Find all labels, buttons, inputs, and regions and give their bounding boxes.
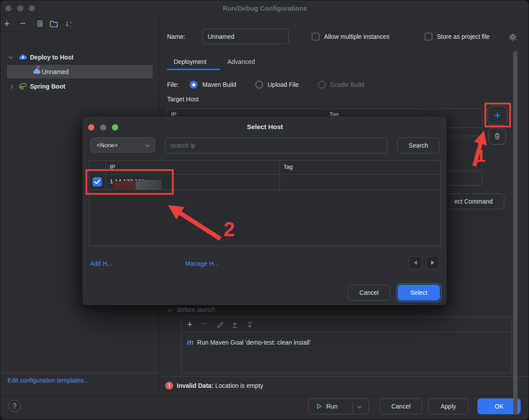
svg-text:a: a [70, 20, 72, 24]
copy-icon[interactable] [36, 20, 44, 28]
select-host-dialog: Select Host <None> Search IP Tag 1.14.13… [82, 116, 447, 305]
tree-item-label: Unnamed [42, 68, 69, 75]
name-input[interactable] [202, 29, 289, 44]
run-split-divider [352, 401, 353, 413]
host-table-header-tag: Tag [283, 164, 293, 170]
move-down-icon[interactable] [246, 321, 253, 329]
add-host-link[interactable]: Add H... [90, 260, 112, 267]
maven-icon: m [187, 338, 194, 347]
dialog-title: Select Host [82, 123, 447, 130]
sidebar-bottom-divider [0, 373, 159, 373]
left-arrow-icon [413, 260, 417, 265]
apply-label: Apply [440, 403, 456, 410]
edit-task-icon[interactable] [216, 321, 224, 329]
select-command-button[interactable]: ect Command [443, 193, 504, 209]
store-as-project-file-checkbox[interactable] [425, 33, 432, 41]
dialog-cancel-label: Cancel [359, 289, 379, 296]
tree-item-unnamed[interactable]: ✕ Unnamed [7, 65, 153, 78]
search-ip-input[interactable] [165, 138, 387, 153]
allow-multiple-instances-checkbox[interactable] [312, 33, 320, 41]
name-label: Name: [167, 33, 185, 40]
before-launch-chevron-icon[interactable] [168, 308, 172, 312]
new-folder-icon[interactable] [49, 20, 59, 29]
file-label: File: [167, 81, 179, 88]
error-strip-divider [160, 376, 529, 377]
run-options-chevron-icon[interactable] [358, 404, 362, 409]
manage-host-link[interactable]: Manage H... [185, 260, 219, 267]
dropdown-chevron-icon [145, 143, 150, 147]
titlebar: Run/Debug Configurations [0, 0, 529, 16]
target-host-label: Target Host [167, 96, 199, 103]
error-message: Invalid Data: Location is empty [177, 382, 263, 389]
annotation-number-1: 1 [476, 147, 485, 166]
svg-text:z: z [70, 24, 71, 28]
apply-button[interactable]: Apply [428, 398, 469, 414]
check-icon [93, 177, 102, 186]
play-icon [316, 403, 322, 409]
dialog-cancel-button[interactable]: Cancel [348, 285, 390, 301]
store-as-project-file-label: Store as project file [437, 33, 490, 40]
right-arrow-icon [431, 260, 435, 265]
tree-item-label: Spring Boot [30, 83, 65, 90]
cancel-label: Cancel [391, 403, 411, 410]
arrow-1 [474, 135, 483, 166]
run-button[interactable]: Run [308, 398, 369, 414]
location-field-partial[interactable] [443, 171, 482, 186]
radio-maven-build[interactable] [190, 81, 197, 89]
radio-gradle-build [318, 81, 326, 89]
tree-item-deploy-to-host[interactable]: Deploy to Host [0, 51, 159, 64]
cloud-error-icon: ✕ [33, 67, 41, 76]
error-text: Location is empty [213, 382, 263, 389]
delete-host-button[interactable] [488, 128, 506, 145]
error-prefix: Invalid Data: [177, 382, 213, 389]
sort-alphabetically-icon[interactable]: az [65, 20, 74, 29]
move-up-icon[interactable] [231, 321, 238, 329]
edit-configuration-templates-link[interactable]: Edit configuration templates... [7, 377, 89, 384]
add-task-icon[interactable]: + [187, 319, 193, 330]
help-label: ? [13, 402, 17, 410]
radio-maven-build-label: Maven Build [202, 81, 236, 88]
search-label: Search [409, 142, 428, 149]
sidebar-toolbar: + − az [0, 16, 159, 32]
dialog-select-button[interactable]: Select [398, 285, 440, 301]
plus-icon: + [494, 109, 501, 121]
redaction-block-gray [136, 180, 161, 190]
cloud-upload-icon [19, 53, 27, 62]
tree-item-label: Deploy to Host [30, 54, 74, 61]
tab-advanced[interactable]: Advanced [227, 58, 255, 65]
toolbar-divider [182, 332, 511, 332]
next-page-button[interactable] [426, 256, 440, 269]
error-icon: ! [165, 382, 173, 390]
run-label: Run [326, 403, 338, 410]
allow-multiple-instances-label: Allow multiple instances [324, 33, 390, 40]
tree-item-spring-boot[interactable]: Spring Boot [0, 80, 159, 93]
add-host-button[interactable]: + [488, 106, 507, 125]
redaction-block-red [113, 181, 137, 189]
radio-gradle-build-label: Gradle Build [330, 81, 364, 88]
dialog-select-label: Select [410, 289, 428, 296]
radio-upload-file[interactable] [255, 81, 263, 89]
remove-icon[interactable]: − [20, 16, 26, 30]
host-table-header-ip: IP [110, 164, 115, 170]
gear-icon[interactable] [508, 32, 518, 42]
search-button[interactable]: Search [397, 138, 440, 153]
tab-deployment[interactable]: Deployment [174, 58, 207, 65]
vertical-scrollbar[interactable] [513, 51, 518, 415]
cancel-button[interactable]: Cancel [380, 398, 422, 414]
help-button[interactable]: ? [8, 400, 21, 412]
before-launch-task-row[interactable]: m Run Maven Goal 'demo-test: clean insta… [182, 336, 511, 349]
host-checkbox-checked[interactable] [93, 177, 102, 186]
filter-dropdown[interactable]: <None> [90, 138, 155, 152]
ok-label: OK [495, 403, 503, 410]
active-tab-underline [167, 69, 220, 70]
add-icon[interactable]: + [4, 16, 10, 31]
before-launch-panel: + − m Run Maven Goal 'demo-test: clean i… [181, 317, 512, 373]
footer: ? Run Cancel Apply OK [0, 396, 529, 420]
chevron-right-icon[interactable] [9, 84, 13, 89]
remove-task-icon[interactable]: − [202, 319, 207, 329]
host-table: IP Tag 1.14.132.103 [89, 160, 441, 246]
host-row[interactable]: 1.14.132.103 [89, 175, 440, 190]
chevron-down-icon[interactable] [9, 54, 13, 59]
before-launch-title: Before launch [177, 306, 215, 313]
prev-page-button[interactable] [408, 256, 422, 269]
